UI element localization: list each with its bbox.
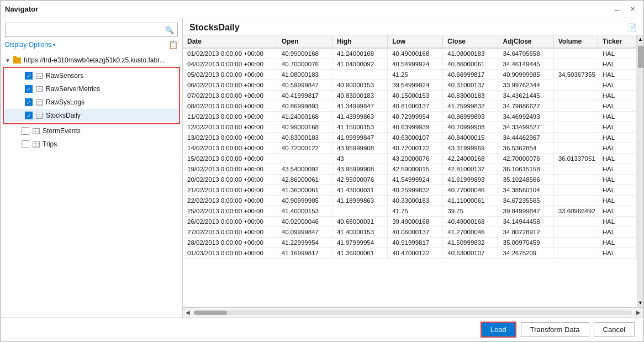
checked-checkbox-rawservermetrics[interactable]: ✓ (25, 85, 33, 93)
table-cell: 40.70999908 (443, 122, 498, 133)
table-cell: 40.99000168 (277, 122, 332, 133)
table-cell: HAL (598, 164, 636, 175)
vertical-scrollbar[interactable]: ▲ ▼ (637, 35, 643, 307)
table-cell: 40.41999817 (277, 91, 332, 101)
table-cell: 34.44462967 (498, 133, 553, 143)
scroll-up-button[interactable]: ▲ (637, 35, 644, 44)
table-row: 15/02/2013 0:00:00 +00:004343.2000007642… (183, 154, 637, 164)
right-panel: StocksDaily 📄 Date Open High Low Close (183, 18, 643, 317)
minimize-button[interactable]: ⚊ (610, 4, 624, 15)
table-cell: 40.09999847 (277, 227, 332, 238)
table-row: 26/02/2013 0:00:00 +00:0040.0200004640.6… (183, 217, 637, 227)
transform-data-button[interactable]: Transform Data (521, 322, 589, 337)
table-cell (553, 143, 598, 154)
table-cell: 28/02/2013 0:00:00 +00:00 (183, 238, 277, 248)
table-row: 27/02/2013 0:00:00 +00:0040.0999984741.4… (183, 227, 637, 238)
table-cell: 42.24000168 (443, 154, 498, 164)
col-header-high: High (332, 35, 387, 48)
navigator-window: Navigator ⚊ ✕ 🔍 Display Options ▾ 📋 (0, 0, 644, 342)
table-cell: 40.06000137 (388, 227, 443, 238)
table-cell: 33.60966492 (553, 206, 598, 217)
table-cell: 20/02/2013 0:00:00 +00:00 (183, 175, 277, 185)
checked-checkbox-rawsensors[interactable]: ✓ (25, 72, 33, 80)
table-cell: 40.99000168 (277, 48, 332, 59)
scroll-down-button[interactable]: ▼ (637, 298, 644, 307)
table-cell: 34.46992493 (498, 112, 553, 122)
table-cell (553, 164, 598, 175)
unchecked-checkbox-trips[interactable] (22, 140, 29, 148)
checked-checkbox-stocksdaily[interactable]: ✓ (25, 112, 33, 119)
display-options-button[interactable]: Display Options ▾ (5, 41, 56, 49)
table-cell: 43.31999969 (443, 143, 498, 154)
table-cell: 40.25999832 (388, 185, 443, 196)
table-cell: 41.22999954 (277, 238, 332, 248)
scroll-thumb (638, 46, 643, 68)
table-cell: 34.2675209 (498, 248, 553, 259)
table-cell: 41.25 (388, 70, 443, 80)
table-cell: 36.10615158 (498, 164, 553, 175)
table-cell: 34.67235565 (498, 196, 553, 206)
table-row: 01/02/2013 0:00:00 +00:0040.9900016841.2… (183, 48, 637, 59)
tree-item-raw-server-metrics[interactable]: ✓ RawServerMetrics (4, 82, 179, 96)
horizontal-scroll-row: ◀ ▶ (183, 307, 643, 317)
scroll-left-button[interactable]: ◀ (183, 308, 193, 318)
tree-item-trips[interactable]: Trips (1, 138, 182, 151)
chevron-down-icon: ▾ (53, 42, 56, 48)
table-row: 25/02/2013 0:00:00 +00:0041.4000015341.7… (183, 206, 637, 217)
table-cell: 40.84000015 (443, 133, 498, 143)
right-header: StocksDaily 📄 (183, 18, 643, 35)
search-input-wrap: 🔍 (5, 23, 178, 37)
tree-item-raw-sys-logs[interactable]: ✓ RawSysLogs (4, 96, 179, 109)
table-row: 28/02/2013 0:00:00 +00:0041.2299995441.9… (183, 238, 637, 248)
table-cell: 41.54999924 (388, 175, 443, 185)
root-label: https://trd-e310mswb4etazg51k0.z5.kusto.… (24, 56, 165, 64)
table-cell: 41.36000061 (332, 248, 387, 259)
table-cell: 41.08000183 (443, 48, 498, 59)
table-cell: 35.10248566 (498, 175, 553, 185)
tree-item-raw-sensors[interactable]: ✓ RawSensors (4, 69, 179, 82)
data-table-wrap[interactable]: Date Open High Low Close AdjClose Volume… (183, 35, 637, 307)
table-cell: 41.50999832 (443, 238, 498, 248)
tree-root-item[interactable]: ▼ https://trd-e310mswb4etazg51k0.z5.kust… (1, 54, 182, 67)
tree-item-label: RawSensors (46, 72, 83, 80)
table-cell: HAL (598, 59, 636, 70)
table-cell: 15/02/2013 0:00:00 +00:00 (183, 154, 277, 164)
close-button[interactable]: ✕ (626, 4, 639, 15)
table-cell: 34.64705658 (498, 48, 553, 59)
table-icon (31, 127, 40, 135)
search-input[interactable] (9, 26, 165, 34)
table-cell (553, 217, 598, 227)
load-button[interactable]: Load (481, 322, 516, 338)
table-cell: 40.72000122 (388, 143, 443, 154)
table-cell: 42.81000137 (443, 164, 498, 175)
table-cell: 36.5362854 (498, 143, 553, 154)
tree-area: ▼ https://trd-e310mswb4etazg51k0.z5.kust… (1, 52, 182, 317)
table-cell: 40.81000137 (388, 101, 443, 112)
tree-item-storm-events[interactable]: StormEvents (1, 124, 182, 138)
col-header-close: Close (443, 35, 498, 48)
table-icon (35, 98, 44, 107)
table-cell: HAL (598, 133, 636, 143)
display-options-row: Display Options ▾ 📋 (1, 39, 182, 52)
table-cell: 25/02/2013 0:00:00 +00:00 (183, 206, 277, 217)
import-icon-button[interactable]: 📋 (168, 40, 178, 49)
search-icon: 🔍 (165, 26, 174, 34)
selected-group-outline: ✓ RawSensors ✓ (3, 67, 180, 124)
tree-item-stocks-daily[interactable]: ✓ StocksDaily (4, 109, 179, 122)
table-row: 19/02/2013 0:00:00 +00:0043.5400009243.9… (183, 164, 637, 175)
scroll-right-button[interactable]: ▶ (634, 308, 643, 318)
table-cell: HAL (598, 48, 636, 59)
table-cell (553, 112, 598, 122)
cancel-button[interactable]: Cancel (594, 322, 635, 337)
table-cell: 41.18999863 (332, 196, 387, 206)
col-header-open: Open (277, 35, 332, 48)
table-cell: 40.66999817 (443, 70, 498, 80)
table-cell: HAL (598, 112, 636, 122)
unchecked-checkbox-stormevents[interactable] (22, 127, 29, 135)
tree-item-label: Trips (43, 140, 57, 148)
table-cell (553, 196, 598, 206)
table-cell: 40.77000046 (443, 185, 498, 196)
checked-checkbox-rawsyslogs[interactable]: ✓ (25, 98, 33, 106)
header-expand-icon[interactable]: 📄 (627, 23, 637, 32)
table-cell (553, 80, 598, 91)
